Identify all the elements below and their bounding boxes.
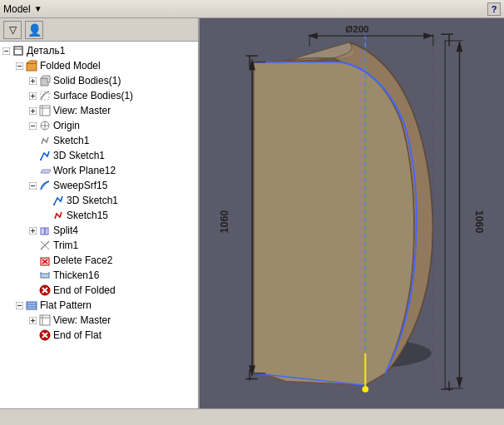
- tree-expander[interactable]: [27, 314, 38, 326]
- tree-item-end_of_folded[interactable]: End of Folded: [0, 283, 198, 298]
- tree-expander[interactable]: [27, 135, 38, 146]
- main-container: ▽ 👤 Деталь1Folded ModelSolid Bodies(1)Su…: [0, 18, 504, 408]
- tree-expander[interactable]: [27, 225, 38, 236]
- tree-expander[interactable]: [13, 60, 25, 72]
- tree-item-workplane12[interactable]: Work Plane12: [0, 163, 198, 178]
- filter-icon: ▽: [9, 24, 17, 36]
- tree-item-sweepsrf15[interactable]: SweepSrf15: [0, 178, 198, 193]
- tree-expander[interactable]: [13, 299, 25, 311]
- svg-text:1060: 1060: [219, 210, 230, 234]
- tree-item-label-sketch3d1b: 3D Sketch1: [65, 195, 118, 206]
- tree-item-view_master1[interactable]: View: Master: [0, 103, 198, 118]
- tree-item-label-sketch1: Sketch1: [52, 135, 89, 146]
- tree-item-folded_model[interactable]: Folded Model: [0, 58, 198, 73]
- tree-item-thicken16[interactable]: Thicken16: [0, 268, 198, 283]
- svg-marker-2: [14, 47, 22, 55]
- title-bar-dropdown[interactable]: ▼: [34, 4, 42, 13]
- tree-item-solid_bodies[interactable]: Solid Bodies(1): [0, 73, 198, 88]
- tree-item-label-folded_model: Folded Model: [38, 60, 101, 72]
- tree-item-icon-thicken16: [38, 269, 52, 282]
- tree-item-icon-end_of_flat: [38, 329, 52, 342]
- tree-expander[interactable]: [27, 180, 38, 191]
- tree-item-view_master2[interactable]: View: Master: [0, 313, 198, 328]
- tree-item-trim1[interactable]: Trim1: [0, 238, 198, 253]
- tree-item-label-split4: Split4: [52, 225, 78, 236]
- tree-item-icon-split4: [38, 224, 52, 237]
- tree-item-surface_bodies[interactable]: Surface Bodies(1): [0, 88, 198, 103]
- tree-expander[interactable]: [27, 75, 38, 86]
- tree-item-origin[interactable]: Origin: [0, 118, 198, 133]
- svg-rect-41: [41, 274, 49, 278]
- tree-expander[interactable]: [27, 150, 38, 161]
- filter-button[interactable]: ▽: [3, 21, 22, 39]
- svg-point-70: [362, 386, 368, 393]
- tree-item-icon-sweepsrf15: [38, 179, 52, 192]
- svg-text:Ø200: Ø200: [345, 24, 368, 34]
- tree-item-label-deleteface2: Delete Face2: [52, 255, 112, 266]
- tree-item-icon-trim1: [38, 239, 52, 252]
- model-tree[interactable]: Деталь1Folded ModelSolid Bodies(1)Surfac…: [0, 42, 198, 408]
- tree-item-icon-detail1: [12, 44, 25, 57]
- viewport-panel[interactable]: 1060 1060 Ø200: [200, 18, 504, 408]
- tree-item-deleteface2[interactable]: Delete Face2: [0, 253, 198, 268]
- tree-item-icon-sketch1: [38, 134, 52, 147]
- tree-item-split4[interactable]: Split4: [0, 223, 198, 238]
- svg-rect-20: [40, 106, 50, 116]
- tree-item-icon-surface_bodies: [38, 89, 52, 102]
- svg-point-28: [40, 159, 42, 161]
- tree-item-label-view_master1: View: Master: [52, 105, 111, 116]
- svg-text:1060: 1060: [473, 210, 485, 234]
- tree-item-sketch1[interactable]: Sketch1: [0, 133, 198, 148]
- tree-expander[interactable]: [27, 105, 38, 116]
- tree-item-label-workplane12: Work Plane12: [52, 165, 116, 176]
- svg-marker-7: [27, 61, 37, 63]
- svg-rect-6: [27, 63, 37, 71]
- svg-rect-49: [27, 302, 37, 309]
- tree-expander[interactable]: [27, 120, 38, 131]
- svg-rect-16: [41, 91, 49, 100]
- tree-expander[interactable]: [27, 284, 38, 296]
- tree-expander[interactable]: [27, 329, 38, 341]
- tree-expander[interactable]: [40, 210, 52, 221]
- tree-expander[interactable]: [27, 165, 38, 176]
- tree-item-label-surface_bodies: Surface Bodies(1): [52, 90, 133, 101]
- title-bar-title: Model: [3, 3, 31, 15]
- svg-rect-55: [40, 315, 50, 325]
- tree-item-label-solid_bodies: Solid Bodies(1): [52, 75, 121, 86]
- tree-item-icon-deleteface2: [38, 254, 52, 267]
- tree-expander[interactable]: [40, 195, 52, 206]
- tree-expander[interactable]: [27, 269, 38, 281]
- tree-item-label-sketch15: Sketch15: [65, 210, 108, 221]
- help-button[interactable]: ?: [487, 2, 501, 16]
- tree-item-icon-origin: [38, 119, 52, 132]
- tree-item-label-view_master2: View: Master: [52, 314, 111, 326]
- svg-point-32: [53, 204, 55, 205]
- tree-item-label-trim1: Trim1: [52, 240, 78, 251]
- title-bar: Model ▼ ?: [0, 0, 504, 18]
- tree-item-label-flat_pattern: Flat Pattern: [38, 299, 91, 311]
- tree-expander[interactable]: [27, 90, 38, 101]
- tree-item-icon-sketch15: [52, 209, 65, 222]
- tree-item-detail1[interactable]: Деталь1: [0, 43, 198, 58]
- tree-item-flat_pattern[interactable]: Flat Pattern: [0, 298, 198, 313]
- tree-item-icon-end_of_folded: [38, 284, 52, 297]
- tree-item-sketch3d1b[interactable]: 3D Sketch1: [0, 193, 198, 208]
- tree-item-label-sweepsrf15: SweepSrf15: [52, 180, 107, 191]
- tree-expander[interactable]: [27, 240, 38, 251]
- tree-item-icon-flat_pattern: [25, 299, 38, 312]
- tree-expander[interactable]: [0, 45, 12, 57]
- tree-item-label-origin: Origin: [52, 120, 80, 131]
- tree-item-label-detail1: Деталь1: [25, 45, 65, 57]
- tree-item-label-end_of_folded: End of Folded: [52, 284, 116, 296]
- left-panel: ▽ 👤 Деталь1Folded ModelSolid Bodies(1)Su…: [0, 18, 200, 408]
- search-icon: 👤: [27, 23, 42, 37]
- title-bar-left: Model ▼: [3, 3, 42, 15]
- svg-marker-29: [41, 170, 51, 173]
- search-button[interactable]: 👤: [25, 21, 43, 39]
- tree-item-sketch3d1[interactable]: 3D Sketch1: [0, 148, 198, 163]
- tree-item-end_of_flat[interactable]: End of Flat: [0, 328, 198, 343]
- tree-item-sketch15[interactable]: Sketch15: [0, 208, 198, 223]
- tree-item-label-thicken16: Thicken16: [52, 269, 99, 281]
- tree-item-icon-solid_bodies: [38, 74, 52, 87]
- tree-expander[interactable]: [27, 255, 38, 266]
